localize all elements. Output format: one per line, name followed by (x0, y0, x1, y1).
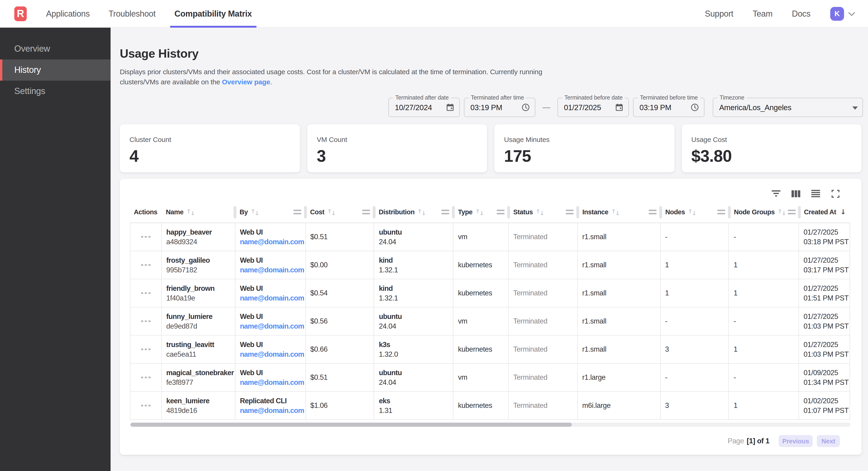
cell-cost: $0.51 (306, 364, 374, 391)
column-header-status[interactable]: Status↑↓ (509, 201, 578, 223)
avatar[interactable]: K (830, 7, 844, 21)
stat-card-usage-minutes: Usage Minutes175 (494, 124, 674, 172)
column-header-distribution[interactable]: Distribution↑↓ (374, 201, 453, 223)
cell-status-value: Terminated (513, 401, 577, 411)
column-menu-icon[interactable] (647, 210, 656, 214)
column-header-label: Actions (134, 208, 157, 216)
previous-page-button[interactable]: Previous (779, 435, 813, 447)
distribution-name: k3s (379, 340, 453, 349)
filter-field-label: Terminated before date (562, 94, 625, 101)
column-menu-icon[interactable] (495, 210, 504, 214)
filter-field-terminated-after-time[interactable]: Terminated after time03:19 PM (464, 98, 535, 117)
column-resize-handle[interactable] (659, 206, 662, 218)
sort-icon[interactable]: ↑↓ (688, 209, 696, 215)
replicated-logo-icon[interactable]: R (14, 6, 27, 21)
columns-icon[interactable] (791, 189, 800, 198)
sort-icon[interactable]: ↑↓ (535, 209, 544, 215)
sort-icon[interactable]: ↑↓ (611, 209, 620, 215)
column-resize-handle[interactable] (373, 206, 375, 218)
column-header-instance[interactable]: Instance↑↓ (578, 201, 661, 223)
created-date: 01/02/2025 (804, 396, 849, 406)
column-resize-handle[interactable] (728, 206, 731, 218)
row-actions-button[interactable] (139, 318, 152, 325)
email-link[interactable]: name@domain.com (240, 238, 304, 246)
calendar-icon[interactable] (445, 103, 455, 112)
row-actions-button[interactable] (139, 346, 152, 353)
email-link[interactable]: name@domain.com (240, 350, 304, 358)
horizontal-scrollbar-thumb[interactable] (130, 422, 572, 427)
email-link[interactable]: name@domain.com (240, 407, 304, 414)
sort-icon[interactable]: ↑↓ (327, 209, 336, 215)
cell-status-value: Terminated (513, 260, 577, 270)
sidebar-item-settings[interactable]: Settings (0, 81, 111, 102)
row-actions-button[interactable] (139, 233, 152, 241)
column-menu-icon[interactable] (786, 210, 796, 214)
cluster-name: frosty_galileo (166, 255, 235, 265)
column-header-created-at[interactable]: Created At↓ (799, 201, 850, 223)
fullscreen-icon[interactable] (831, 189, 840, 198)
column-menu-icon[interactable] (439, 210, 449, 214)
nav-item-applications[interactable]: Applications (46, 0, 90, 28)
sort-icon[interactable]: ↑↓ (186, 209, 195, 215)
sort-desc-icon[interactable]: ↓ (840, 208, 846, 216)
table-footer: Page [1] of 1 Previous Next (728, 435, 840, 447)
overview-page-link[interactable]: Overview page (222, 78, 270, 86)
nav-item-team[interactable]: Team (752, 0, 772, 28)
column-header-type[interactable]: Type↑↓ (453, 201, 509, 223)
timezone-select[interactable]: TimezoneAmerica/Los_Angeles (713, 98, 863, 117)
sort-icon[interactable]: ↑↓ (475, 209, 484, 215)
column-resize-handle[interactable] (234, 206, 236, 218)
cell-nodes: 1 (660, 279, 729, 307)
density-icon[interactable] (811, 189, 820, 198)
column-menu-icon[interactable] (291, 210, 301, 214)
calendar-icon[interactable] (615, 103, 624, 112)
column-resize-handle[interactable] (452, 206, 455, 218)
nav-item-compatibility-matrix[interactable]: Compatibility Matrix (175, 0, 252, 28)
nav-item-troubleshoot[interactable]: Troubleshoot (108, 0, 155, 28)
active-tab-underline (170, 26, 256, 28)
sort-icon[interactable]: ↑↓ (251, 209, 259, 215)
column-header-label: Nodes (665, 208, 685, 216)
stats-row: Cluster Count4VM Count3Usage Minutes175U… (120, 124, 862, 172)
column-header-node-groups[interactable]: Node Groups↑↓ (729, 201, 799, 223)
column-resize-handle[interactable] (577, 206, 579, 218)
column-resize-handle[interactable] (507, 206, 510, 218)
column-header-name[interactable]: Name↑↓ (161, 201, 235, 223)
row-actions-button[interactable] (139, 402, 152, 410)
row-actions-button[interactable] (139, 289, 152, 297)
cell-type: kubernetes (453, 279, 509, 307)
email-link[interactable]: name@domain.com (240, 378, 304, 386)
column-header-cost[interactable]: Cost↑↓ (306, 201, 374, 223)
sidebar-item-overview[interactable]: Overview (0, 38, 111, 59)
email-link[interactable]: name@domain.com (240, 322, 304, 330)
row-actions-button[interactable] (139, 374, 152, 381)
column-menu-icon[interactable] (360, 210, 370, 214)
sidebar-item-history[interactable]: History (0, 59, 111, 81)
column-header-by[interactable]: By↑↓ (235, 201, 306, 223)
clock-icon[interactable] (521, 103, 530, 112)
filter-field-terminated-before-date[interactable]: Terminated before date01/27/2025 (557, 98, 629, 117)
filter-icon[interactable] (771, 189, 780, 198)
nav-item-docs[interactable]: Docs (792, 0, 810, 28)
sort-icon[interactable]: ↑↓ (777, 209, 786, 215)
column-resize-handle[interactable] (304, 206, 307, 218)
chevron-down-icon[interactable] (848, 12, 855, 16)
filter-field-value: 03:19 PM (633, 103, 671, 112)
column-header-nodes[interactable]: Nodes↑↓ (661, 201, 729, 223)
column-resize-handle[interactable] (798, 206, 801, 218)
cell-cost: $0.51 (306, 223, 374, 251)
column-menu-icon[interactable] (715, 210, 725, 214)
filter-field-terminated-after-date[interactable]: Terminated after date10/27/2024 (389, 98, 460, 117)
email-link[interactable]: name@domain.com (240, 294, 304, 302)
nav-item-support[interactable]: Support (705, 0, 733, 28)
row-actions-button[interactable] (139, 261, 152, 269)
column-menu-icon[interactable] (564, 210, 574, 214)
next-page-button[interactable]: Next (817, 435, 840, 447)
filter-field-terminated-before-time[interactable]: Terminated before time03:19 PM (633, 98, 705, 117)
sidebar-nav: OverviewHistorySettings (0, 28, 111, 102)
clock-icon[interactable] (690, 103, 700, 112)
email-link[interactable]: name@domain.com (240, 266, 304, 274)
cost-value: $0.00 (310, 260, 374, 270)
page-value: [1] of 1 (747, 437, 769, 445)
sort-icon[interactable]: ↑↓ (417, 209, 426, 215)
